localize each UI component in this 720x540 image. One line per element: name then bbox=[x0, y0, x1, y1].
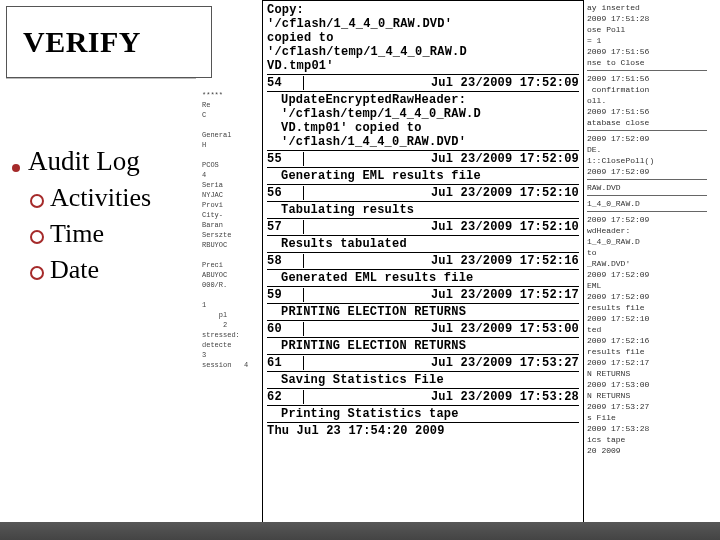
log-entry-header: 54Jul 23/2009 17:52:09 bbox=[267, 76, 579, 90]
log-entry-header: 60Jul 23/2009 17:53:00 bbox=[267, 322, 579, 336]
right-strip-line: confirmation bbox=[587, 84, 707, 95]
log-index: 54 bbox=[267, 76, 304, 90]
log-message: Printing Statistics tape bbox=[267, 407, 579, 421]
sub-label: Date bbox=[50, 255, 99, 285]
right-strip-line: 2009 17:52:09 bbox=[587, 214, 707, 225]
right-strip-line: 1_4_0_RAW.D bbox=[587, 236, 707, 247]
bottom-bar bbox=[0, 522, 720, 540]
right-strip-line: 2009 17:53:28 bbox=[587, 423, 707, 434]
title-box: VERIFY bbox=[6, 6, 212, 78]
right-strip-line: results file bbox=[587, 302, 707, 313]
log-message: Tabulating results bbox=[267, 203, 579, 217]
ring-icon bbox=[30, 266, 44, 280]
log-message: PRINTING ELECTION RETURNS bbox=[267, 339, 579, 353]
right-strip-line: 2009 17:52:09 bbox=[587, 291, 707, 302]
right-strip-line: N RETURNS bbox=[587, 368, 707, 379]
right-strip-line: = 1 bbox=[587, 35, 707, 46]
right-strip-line: RAW.DVD bbox=[587, 182, 707, 193]
right-strip-line: s File bbox=[587, 412, 707, 423]
right-strip-line: results file bbox=[587, 346, 707, 357]
right-strip-line: 2009 17:53:27 bbox=[587, 401, 707, 412]
header-divider bbox=[6, 78, 196, 79]
right-strip-line: EML bbox=[587, 280, 707, 291]
log-entry-header: 61Jul 23/2009 17:53:27 bbox=[267, 356, 579, 370]
right-strip-line: DE. bbox=[587, 144, 707, 155]
log-index: 56 bbox=[267, 186, 304, 200]
log-entry-header: 58Jul 23/2009 17:52:16 bbox=[267, 254, 579, 268]
log-index: 59 bbox=[267, 288, 304, 302]
log-timestamp: Jul 23/2009 17:53:27 bbox=[304, 356, 579, 370]
sub-time: Time bbox=[30, 219, 202, 249]
audit-log-printout: Copy: '/cflash/1_4_4_0_RAW.DVD' copied t… bbox=[262, 0, 584, 537]
log-index: 62 bbox=[267, 390, 304, 404]
right-strip-line: to bbox=[587, 247, 707, 258]
log-entry-header: 56Jul 23/2009 17:52:10 bbox=[267, 186, 579, 200]
right-strip-line: 2009 17:52:17 bbox=[587, 357, 707, 368]
sub-label: Activities bbox=[50, 183, 151, 213]
log-index: 58 bbox=[267, 254, 304, 268]
right-strip-line: 2009 17:51:56 bbox=[587, 73, 707, 84]
bullet-label: Audit Log bbox=[28, 146, 140, 177]
log-index: 61 bbox=[267, 356, 304, 370]
sub-date: Date bbox=[30, 255, 202, 285]
right-strip-line: _RAW.DVD' bbox=[587, 258, 707, 269]
log-timestamp: Jul 23/2009 17:52:10 bbox=[304, 220, 579, 234]
right-strip-line: atabase close bbox=[587, 117, 707, 128]
right-strip-line: 2009 17:51:28 bbox=[587, 13, 707, 24]
bullet-audit-log: Audit Log bbox=[12, 146, 202, 177]
right-strip-line: 20 2009 bbox=[587, 445, 707, 456]
log-index: 60 bbox=[267, 322, 304, 336]
right-strip-line: ose Poll bbox=[587, 24, 707, 35]
right-strip-line: 2009 17:51:56 bbox=[587, 106, 707, 117]
log-timestamp: Jul 23/2009 17:52:10 bbox=[304, 186, 579, 200]
right-strip-line: 2009 17:52:16 bbox=[587, 335, 707, 346]
ring-icon bbox=[30, 230, 44, 244]
ring-icon bbox=[30, 194, 44, 208]
background-column: ***** Re C General H PCOS 4 Seria NYJAC … bbox=[202, 90, 262, 370]
right-strip-line: 2009 17:53:00 bbox=[587, 379, 707, 390]
right-strip-line: 1_4_0_RAW.D bbox=[587, 198, 707, 209]
log-entry-header: 62Jul 23/2009 17:53:28 bbox=[267, 390, 579, 404]
log-message: Saving Statistics File bbox=[267, 373, 579, 387]
sub-activities: Activities bbox=[30, 183, 202, 213]
right-strip-line: 2009 17:52:10 bbox=[587, 313, 707, 324]
right-strip-line: N RETURNS bbox=[587, 390, 707, 401]
log-entry-header: 55Jul 23/2009 17:52:09 bbox=[267, 152, 579, 166]
right-strip-line: ay inserted bbox=[587, 2, 707, 13]
right-strip-line: 1::ClosePoll() bbox=[587, 155, 707, 166]
log-index: 57 bbox=[267, 220, 304, 234]
log-message: Results tabulated bbox=[267, 237, 579, 251]
right-strip-line: ics tape bbox=[587, 434, 707, 445]
log-copy-block: Copy: '/cflash/1_4_4_0_RAW.DVD' copied t… bbox=[267, 3, 579, 73]
log-timestamp: Jul 23/2009 17:52:09 bbox=[304, 152, 579, 166]
right-strip-line: 2009 17:52:09 bbox=[587, 133, 707, 144]
right-strip-line: oll. bbox=[587, 95, 707, 106]
right-strip-line: 2009 17:52:09 bbox=[587, 269, 707, 280]
sub-label: Time bbox=[50, 219, 104, 249]
log-footer: Thu Jul 23 17:54:20 2009 bbox=[267, 424, 579, 438]
log-entry-header: 59Jul 23/2009 17:52:17 bbox=[267, 288, 579, 302]
log-timestamp: Jul 23/2009 17:52:17 bbox=[304, 288, 579, 302]
log-message: UpdateEncryptedRawHeader: '/cflash/temp/… bbox=[267, 93, 579, 149]
right-strip-line: ted bbox=[587, 324, 707, 335]
right-strip-line: 2009 17:51:56 bbox=[587, 46, 707, 57]
log-message: Generated EML results file bbox=[267, 271, 579, 285]
log-timestamp: Jul 23/2009 17:53:28 bbox=[304, 390, 579, 404]
log-entry-header: 57Jul 23/2009 17:52:10 bbox=[267, 220, 579, 234]
log-message: PRINTING ELECTION RETURNS bbox=[267, 305, 579, 319]
bullet-dot-icon bbox=[12, 164, 20, 172]
right-log-strip: ay inserted2009 17:51:28ose Poll= 12009 … bbox=[585, 0, 709, 539]
right-strip-line: wdHeader: bbox=[587, 225, 707, 236]
log-timestamp: Jul 23/2009 17:53:00 bbox=[304, 322, 579, 336]
log-timestamp: Jul 23/2009 17:52:09 bbox=[304, 76, 579, 90]
bullets: Audit Log Activities Time Date bbox=[12, 140, 202, 291]
log-index: 55 bbox=[267, 152, 304, 166]
right-strip-line: 2009 17:52:09 bbox=[587, 166, 707, 177]
right-strip-line: nse to Close bbox=[587, 57, 707, 68]
page-title: VERIFY bbox=[23, 25, 141, 59]
log-message: Generating EML results file bbox=[267, 169, 579, 183]
log-timestamp: Jul 23/2009 17:52:16 bbox=[304, 254, 579, 268]
